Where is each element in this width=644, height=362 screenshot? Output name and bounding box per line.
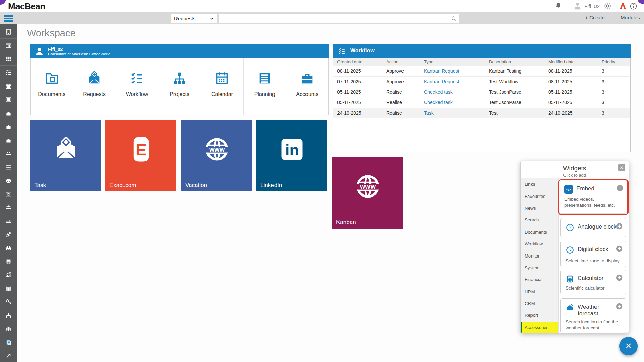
user-avatar-icon[interactable] (573, 1, 581, 9)
globe-www-icon: www (202, 134, 232, 165)
search-icon[interactable] (451, 15, 457, 22)
info-icon[interactable] (629, 2, 637, 10)
sidebar-item-forms-table-icon[interactable] (0, 281, 17, 295)
afas-logo[interactable] (619, 2, 627, 10)
profile-panel-header[interactable]: Fifi_02 Consultant at MacBean CoffeeWorl… (30, 44, 329, 58)
tile-task[interactable]: Task (30, 120, 101, 191)
workflow-table-row[interactable]: 07-11-2025 Approve Kanban Request Test W… (333, 77, 630, 87)
brand-logo[interactable]: MacBean (8, 1, 45, 12)
sidebar-item-organisation-briefcase-icon[interactable] (0, 160, 17, 174)
widget-card-analogue-clock[interactable]: Analogue clock (560, 218, 626, 237)
cell-action: Approve (386, 79, 404, 84)
sidebar-item-partners-handshake-icon[interactable] (0, 241, 17, 254)
tile-vacation[interactable]: www Vacation (181, 120, 252, 191)
sidebar-item-connector-puzzle-icon[interactable] (0, 106, 17, 120)
shortcut-workflow[interactable]: Workflow (116, 58, 158, 115)
sidebar-item-insite-browser-icon[interactable] (0, 39, 17, 52)
sidebar-item-employees-group-icon[interactable] (0, 201, 17, 214)
category-links[interactable]: Links (521, 178, 558, 190)
column-header[interactable]: Type (424, 59, 433, 64)
menu-hamburger-icon[interactable] (4, 15, 13, 22)
tile-linkedin[interactable]: in LinkedIn (256, 120, 327, 191)
shortcut-projects[interactable]: Projects (158, 58, 201, 115)
sidebar-item-settings-gears-icon[interactable] (0, 228, 17, 241)
sidebar-item-statistics-chart-icon[interactable] (0, 268, 17, 281)
sidebar-item-structure-orgchart-icon[interactable] (0, 308, 17, 322)
notifications-bell-icon[interactable] (554, 2, 562, 10)
shortcut-label: Planning (254, 91, 275, 97)
workflow-table-row[interactable]: 05-11-2025 Realise Checked task Test Jso… (333, 97, 630, 108)
sidebar-item-connector-puzzle-icon[interactable] (0, 120, 17, 133)
close-icon[interactable]: × (618, 164, 625, 171)
widget-card-weather-forecast[interactable]: Weather forecast Search location to find… (560, 298, 626, 333)
workflow-panel-header[interactable]: Workflow (333, 44, 631, 58)
column-header[interactable]: Action (386, 59, 398, 64)
settings-gear-icon[interactable] (604, 2, 612, 10)
category-accessories-selected[interactable]: Accessories (521, 322, 558, 333)
create-button[interactable]: + Create (585, 14, 605, 20)
sidebar-item-news-documents-icon[interactable] (0, 335, 17, 349)
cell-type-link[interactable]: Kanban Request (424, 68, 459, 74)
column-header[interactable]: Created date (337, 59, 362, 64)
category-search[interactable]: Search (521, 214, 558, 226)
add-widget-plus-icon[interactable] (616, 303, 623, 310)
sidebar-item-promotions-gift-icon[interactable] (0, 322, 17, 335)
category-news[interactable]: News (521, 202, 558, 214)
sidebar-item-calendar-icon[interactable] (0, 79, 17, 93)
close-fab-button[interactable]: × (619, 337, 638, 355)
add-widget-plus-icon[interactable] (616, 222, 623, 230)
projects-orgchart-icon (172, 70, 187, 87)
add-widget-plus-icon[interactable] (616, 245, 623, 252)
cell-type-link[interactable]: Checked task (424, 100, 453, 105)
sidebar-item-cooperation-people-icon[interactable] (0, 147, 17, 160)
shortcut-calendar[interactable]: Calendar (201, 58, 244, 115)
search-scope-select[interactable]: Requests (171, 14, 217, 23)
sidebar-item-financial-coins-icon[interactable] (0, 254, 17, 268)
sidebar-item-apps-grid-icon[interactable] (0, 52, 17, 66)
cell-type-link[interactable]: Kanban Request (424, 79, 459, 84)
cell-type-link[interactable]: Task (424, 110, 434, 116)
widget-card-embed[interactable]: </> Embed Embed videos, presentations, f… (559, 180, 627, 214)
widget-card-calculator[interactable]: Calculator Scientific calculator (560, 270, 626, 294)
category-monitor[interactable]: Monitor (521, 250, 558, 262)
sidebar-item-workflow-icon[interactable] (0, 66, 17, 79)
category-documents[interactable]: Documents (521, 226, 558, 238)
modules-button[interactable]: Modules (621, 14, 640, 20)
column-header[interactable]: Modified date (548, 59, 575, 64)
cell-type-link[interactable]: Checked task (424, 89, 453, 95)
column-header[interactable]: Description (489, 59, 511, 64)
add-widget-plus-icon[interactable] (616, 184, 624, 192)
tile-exact[interactable]: E Exact.com (105, 120, 176, 191)
category-system[interactable]: System (521, 262, 558, 274)
shortcut-requests[interactable]: Requests (73, 58, 116, 115)
user-name[interactable]: Fifi_02 (584, 3, 600, 9)
category-favourites[interactable]: Favourites (521, 190, 558, 202)
category-workflow[interactable]: Workflow (521, 238, 558, 250)
sidebar-item-connector-puzzle-icon[interactable] (0, 133, 17, 147)
column-header[interactable]: Priority (602, 59, 615, 64)
workflow-table-row[interactable]: 08-11-2025 Approve Kanban Request Kanban… (333, 66, 630, 77)
sidebar-item-authorisation-key-icon[interactable] (0, 295, 17, 308)
category-financial[interactable]: Financial (521, 274, 558, 285)
category-report[interactable]: Report (521, 309, 558, 321)
shortcut-accounts[interactable]: Accounts (286, 58, 328, 115)
svg-text:www: www (208, 146, 225, 153)
cell-created-date: 05-11-2025 (337, 100, 361, 105)
widget-card-digital-clock[interactable]: Digital clock Select time zone to displa… (560, 241, 626, 267)
sidebar-item-dossier-folder-icon[interactable] (0, 187, 17, 201)
sidebar-item-contact-card-icon[interactable] (0, 214, 17, 228)
tile-kanban[interactable]: www Kanban (332, 157, 403, 229)
workflow-table-row[interactable]: 05-11-2025 Realise Checked task Test Jso… (333, 87, 630, 97)
sidebar-item-planning-list-icon[interactable] (0, 93, 17, 106)
sidebar-item-task-envelope-icon[interactable] (0, 174, 17, 187)
sidebar-item-external-link-icon[interactable] (0, 349, 17, 362)
search-input[interactable] (219, 14, 459, 23)
category-hrm[interactable]: HRM (521, 286, 558, 298)
sidebar-item-company-icon[interactable] (0, 25, 17, 39)
page-title: Workspace (27, 28, 76, 39)
category-crm[interactable]: CRM (521, 298, 558, 309)
workflow-table-row[interactable]: 24-10-2025 Realise Task Test 24-10-2025 … (333, 108, 630, 118)
add-widget-plus-icon[interactable] (616, 274, 623, 281)
shortcut-documents[interactable]: Documents (31, 58, 73, 115)
shortcut-planning[interactable]: Planning (244, 58, 286, 115)
